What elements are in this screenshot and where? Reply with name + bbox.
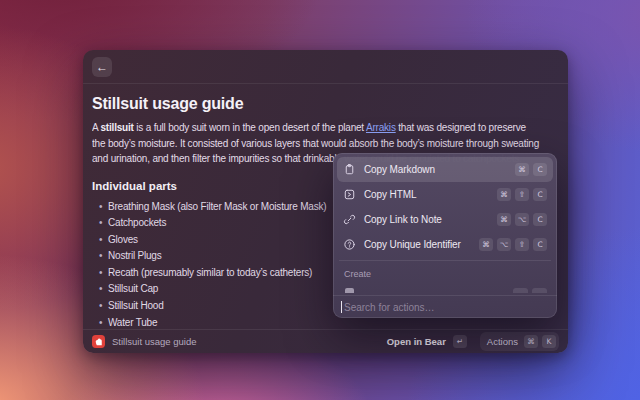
list-item-label: Water Tube [108, 317, 157, 328]
bullet-icon: • [99, 199, 102, 216]
key-badge: K [542, 335, 556, 348]
back-arrow-icon: ← [96, 60, 108, 74]
bullet-icon: • [99, 298, 102, 315]
clipped-item-keys [513, 282, 547, 293]
menu-item-label: Copy Markdown [364, 164, 435, 175]
body-text: the body’s moisture. It consisted of var… [92, 138, 539, 149]
key-badge: ⌘ [479, 238, 493, 251]
actions-label: Actions [487, 336, 518, 347]
bullet-icon: • [99, 215, 102, 232]
list-item-label: Catchpockets [108, 217, 166, 228]
key-badge: ⇧ [515, 188, 529, 201]
menu-item-copy-link-to-note[interactable]: Copy Link to Note⌘⌥C [337, 207, 553, 232]
create-section-label: Create [337, 264, 553, 282]
key-badge: ⌘ [497, 213, 511, 226]
key-badge: ⌥ [497, 238, 511, 251]
menu-item-shortcut: ⌘⌥⇧C [479, 238, 547, 251]
back-button[interactable]: ← [92, 57, 112, 77]
code-block-icon [343, 188, 356, 201]
list-item-label: Breathing Mask (also Filter Mask or Mois… [108, 201, 326, 212]
menu-divider [339, 260, 551, 261]
list-item-label: Stillsuit Hood [108, 300, 164, 311]
list-item-label: Stillsuit Cap [108, 283, 158, 294]
menu-item-clipped[interactable] [337, 282, 553, 293]
menu-item-copy-html[interactable]: Copy HTML⌘⇧C [337, 182, 553, 207]
link-icon [343, 213, 356, 226]
question-circle-icon [343, 238, 356, 251]
actions-keys: ⌘K [524, 335, 556, 348]
open-in-bear-button[interactable]: Open in Bear [387, 336, 446, 347]
menu-item-shortcut: ⌘⇧C [497, 188, 547, 201]
actions-button[interactable]: Actions ⌘K [480, 332, 559, 351]
bullet-icon: • [99, 232, 102, 249]
enter-key-icon: ↵ [453, 335, 467, 348]
footer-note-title: Stillsuit usage guide [112, 336, 197, 347]
action-menu-list: Copy Markdown⌘CCopy HTML⌘⇧CCopy Link to … [337, 157, 553, 257]
bullet-icon: • [99, 281, 102, 298]
search-input[interactable] [344, 302, 549, 313]
list-item-label: Recath (presumably similar to today’s ca… [108, 267, 312, 278]
list-item-label: Gloves [108, 234, 138, 245]
clipped-item-icon [345, 288, 354, 293]
action-search-row [333, 295, 557, 318]
page-title: Stillsuit usage guide [92, 95, 556, 113]
action-menu: Copy Markdown⌘CCopy HTML⌘⇧CCopy Link to … [333, 153, 557, 318]
window-header: ← [83, 50, 568, 84]
key-badge: ⌘ [497, 188, 511, 201]
body-text: is a full body suit worn in the open des… [134, 122, 366, 133]
key-badge: ⇧ [515, 238, 529, 251]
bullet-icon: • [99, 248, 102, 265]
key-badge: C [533, 188, 547, 201]
key-badge: ⌘ [515, 163, 529, 176]
text-caret [341, 301, 342, 313]
body-text: A [92, 122, 101, 133]
menu-item-label: Copy Unique Identifier [364, 239, 461, 250]
body-text: that was designed to preserve [396, 122, 526, 133]
key-badge: ⌥ [515, 213, 529, 226]
paragraph-line: the body’s moisture. It consisted of var… [92, 136, 556, 152]
clipboard-icon [343, 163, 356, 176]
footer-bar: Stillsuit usage guide Open in Bear ↵ Act… [83, 329, 568, 353]
menu-item-copy-unique-identifier[interactable]: Copy Unique Identifier⌘⌥⇧C [337, 232, 553, 257]
key-badge: C [533, 163, 547, 176]
menu-item-label: Copy Link to Note [364, 214, 442, 225]
paragraph-line: A stillsuit is a full body suit worn in … [92, 120, 556, 136]
key-badge: C [533, 213, 547, 226]
bullet-icon: • [99, 265, 102, 282]
menu-item-shortcut: ⌘C [515, 163, 547, 176]
list-item-label: Nostril Plugs [108, 250, 162, 261]
menu-item-shortcut: ⌘⌥C [497, 213, 547, 226]
key-badge: C [533, 238, 547, 251]
bear-app-icon [92, 335, 105, 348]
key-badge: ⌘ [524, 335, 538, 348]
menu-item-label: Copy HTML [364, 189, 416, 200]
menu-item-copy-markdown[interactable]: Copy Markdown⌘C [337, 157, 553, 182]
bold-text: stillsuit [101, 122, 134, 133]
arrakis-link[interactable]: Arrakis [366, 122, 396, 133]
